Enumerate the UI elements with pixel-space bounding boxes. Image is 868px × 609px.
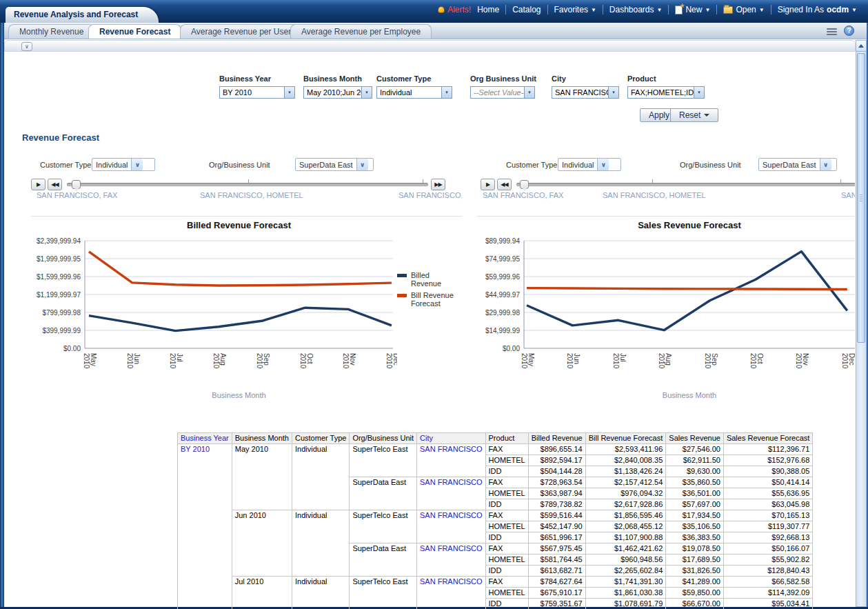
- view-customer-type-select[interactable]: Individual∨: [92, 158, 155, 171]
- slider-thumb[interactable]: [520, 180, 529, 189]
- org-business-unit-select[interactable]: --Select Value--▼: [470, 86, 535, 99]
- svg-text:$1,999,999.95: $1,999,999.95: [37, 255, 81, 263]
- table-cell: $128,840.43: [723, 566, 812, 577]
- forecast-pivot-table: Business YearBusiness MonthCustomer Type…: [177, 432, 813, 609]
- column-header: Sales Revenue: [666, 433, 724, 444]
- business-month-select[interactable]: May 2010;Jun 20▼: [303, 86, 372, 99]
- prompt-label-org-business-unit: Org Business Unit: [470, 74, 536, 83]
- table-row: Jun 2010IndividualSuperTelco EastSAN FRA…: [178, 510, 813, 521]
- table-cell: $452,147.90: [528, 521, 585, 532]
- slider-label: SAN FRANCISCO, IDD: [398, 191, 462, 199]
- table-cell: $1,078,691.79: [585, 599, 666, 609]
- view-org-unit-select[interactable]: SuperData East∨: [295, 158, 374, 171]
- scrollbar-thumb[interactable]: [857, 53, 865, 343]
- table-cell: $2,068,455.12: [585, 521, 666, 532]
- table-cell: $651,996.17: [528, 532, 585, 543]
- table-cell: IDD: [485, 566, 528, 577]
- table-cell: IDD: [485, 499, 528, 510]
- view-customer-type-select[interactable]: Individual∨: [558, 158, 621, 171]
- scrollbar-up-arrow[interactable]: [856, 41, 866, 52]
- table-cell: $50,414.14: [723, 477, 812, 488]
- svg-text:$59,999.96: $59,999.96: [485, 273, 520, 281]
- obiee-dashboard: { "banner": { "title": "Revenue Analysis…: [0, 0, 868, 609]
- tab-avg-revenue-per-employee[interactable]: Average Revenue per Employee: [290, 24, 432, 39]
- table-cell-link[interactable]: SAN FRANCISCO: [417, 477, 485, 510]
- slider-track[interactable]: [516, 183, 855, 186]
- line-chart-sales-revenue: $89,999.94$74,999.95$59,999.96$44,999.97…: [477, 232, 855, 403]
- page-options-icon[interactable]: [827, 27, 837, 35]
- column-header[interactable]: Business Year: [178, 433, 232, 444]
- table-cell-link[interactable]: BY 2010: [178, 444, 232, 609]
- view-org-unit-select[interactable]: SuperData East∨: [758, 158, 837, 171]
- slider-thumb[interactable]: [72, 180, 81, 189]
- svg-text:$14,999.99: $14,999.99: [485, 327, 520, 335]
- prompt-label-business-month: Business Month: [303, 74, 372, 83]
- tab-revenue-forecast[interactable]: Revenue Forecast: [88, 24, 181, 39]
- table-cell-link[interactable]: SAN FRANCISCO: [417, 577, 485, 609]
- slider-label: SAN FRANCISCO, HOMETEL: [603, 191, 706, 199]
- collapse-section-button[interactable]: ∨: [21, 42, 32, 51]
- signed-in-menu[interactable]: Signed In Asocdm▼: [778, 5, 857, 14]
- x-axis-label: Jul2010: [612, 353, 627, 369]
- tab-avg-revenue-per-user[interactable]: Average Revenue per User: [180, 24, 302, 39]
- home-link[interactable]: Home: [477, 5, 499, 14]
- section-slider: ▶ ◀◀: [477, 177, 855, 192]
- dashboards-menu[interactable]: Dashboards▼: [609, 5, 663, 14]
- alerts-link[interactable]: Alerts!: [438, 5, 471, 14]
- city-select[interactable]: SAN FRANCISCO▼: [552, 86, 619, 99]
- vertical-scrollbar[interactable]: [856, 40, 867, 607]
- chart-divider: [31, 216, 462, 217]
- chart-divider: [477, 216, 855, 217]
- series-line: [89, 252, 392, 286]
- top-banner: Revenue Analysis and Forecast Alerts! Ho…: [0, 0, 868, 23]
- product-select[interactable]: FAX;HOMETEL;IDD▼: [627, 86, 705, 99]
- business-year-select[interactable]: BY 2010▼: [219, 86, 295, 99]
- table-cell-link[interactable]: SAN FRANCISCO: [417, 543, 485, 577]
- table-cell: $599,516.44: [528, 510, 585, 521]
- table-cell: $17,689.50: [666, 555, 724, 566]
- prompt-label-business-year: Business Year: [219, 74, 295, 83]
- slider-step-forward-button[interactable]: ▶▶: [431, 179, 445, 190]
- table-cell: $1,861,030.38: [585, 588, 666, 599]
- tab-monthly-revenue[interactable]: Monthly Revenue: [8, 24, 94, 39]
- section-title: Revenue Forecast: [22, 132, 99, 143]
- open-menu[interactable]: Open▼: [723, 5, 764, 14]
- favorites-menu[interactable]: Favorites▼: [554, 5, 596, 14]
- table-cell: $1,462,421.62: [585, 543, 666, 555]
- help-icon[interactable]: ?: [844, 26, 854, 36]
- slider-step-back-button[interactable]: ◀◀: [48, 179, 62, 190]
- slider-step-back-button[interactable]: ◀◀: [497, 179, 512, 190]
- table-cell-link[interactable]: SAN FRANCISCO: [417, 510, 485, 543]
- catalog-link[interactable]: Catalog: [512, 5, 541, 14]
- table-cell: HOMETEL: [485, 555, 528, 566]
- table-cell: FAX: [485, 543, 528, 555]
- x-axis-label: Dec2010: [385, 353, 397, 369]
- chevron-down-icon: ▼: [608, 87, 618, 98]
- table-cell: $35,860.50: [666, 477, 724, 488]
- new-menu[interactable]: New▼: [675, 5, 710, 14]
- column-header: Sales Revenue Forecast: [723, 433, 812, 444]
- slider-track[interactable]: [67, 183, 428, 186]
- reset-button[interactable]: Reset: [670, 108, 718, 122]
- x-axis-label: Aug2010: [212, 353, 227, 369]
- series-line: [527, 252, 847, 330]
- x-axis-label: Jun2010: [126, 353, 141, 369]
- table-cell-link[interactable]: SAN FRANCISCO: [417, 444, 485, 477]
- nav-divider: [547, 5, 548, 14]
- slider-play-button[interactable]: ▶: [31, 179, 46, 190]
- table-cell: $90,388.05: [723, 466, 812, 477]
- table-cell: $119,307.77: [723, 521, 812, 532]
- nav-divider: [668, 5, 669, 14]
- table-cell: $70,165.13: [723, 510, 812, 521]
- global-nav: Alerts! Home Catalog Favorites▼ Dashboar…: [438, 5, 857, 14]
- table-cell: IDD: [485, 466, 528, 477]
- column-header[interactable]: City: [417, 433, 485, 444]
- customer-type-select[interactable]: Individual▼: [376, 86, 452, 99]
- table-cell: $66,582.58: [723, 577, 812, 588]
- nav-divider: [505, 5, 506, 14]
- chevron-down-icon: ▼: [441, 87, 452, 98]
- table-cell: SuperTelco East: [350, 510, 417, 543]
- svg-text:$399,999.99: $399,999.99: [42, 327, 81, 335]
- slider-play-button[interactable]: ▶: [481, 179, 495, 190]
- slider-tick: [423, 179, 423, 183]
